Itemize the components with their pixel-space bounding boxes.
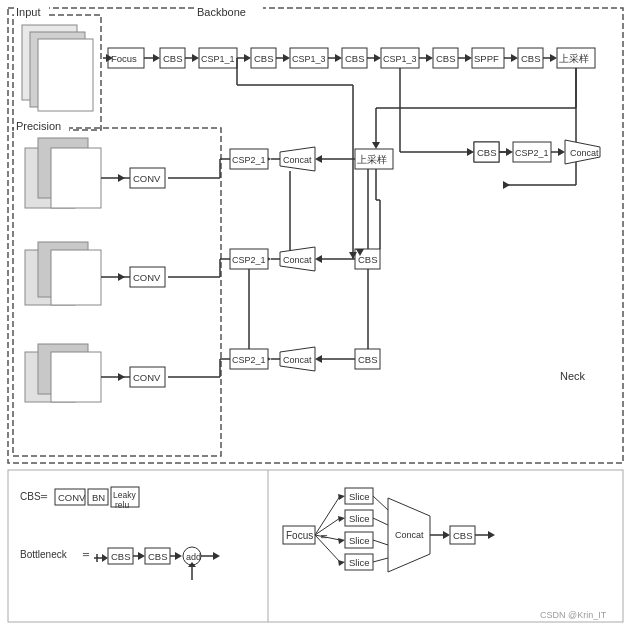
svg-text:Focus: Focus <box>111 53 137 64</box>
svg-marker-208 <box>338 560 345 566</box>
svg-text:CBS: CBS <box>111 551 131 562</box>
svg-marker-18 <box>192 54 199 62</box>
svg-marker-74 <box>118 373 125 381</box>
svg-text:CONV: CONV <box>133 372 161 383</box>
svg-line-211 <box>373 496 388 510</box>
svg-rect-4 <box>14 6 49 18</box>
svg-rect-15 <box>160 48 185 68</box>
svg-marker-175 <box>102 554 108 562</box>
svg-text:CBS: CBS <box>436 53 456 64</box>
svg-text:＝: ＝ <box>318 529 330 543</box>
svg-text:Input: Input <box>16 6 40 18</box>
svg-text:CSP2_1: CSP2_1 <box>232 355 266 365</box>
svg-marker-83 <box>467 148 474 156</box>
svg-line-201 <box>315 496 340 535</box>
svg-marker-104 <box>315 155 322 163</box>
svg-rect-56 <box>25 148 75 208</box>
svg-marker-70 <box>118 273 125 281</box>
svg-text:CBS: CBS <box>254 53 274 64</box>
svg-text:Input: Input <box>18 4 42 16</box>
svg-text:上采样: 上采样 <box>559 53 589 64</box>
svg-marker-90 <box>506 148 513 156</box>
svg-text:relu: relu <box>115 500 129 510</box>
svg-text:CBS: CBS <box>453 530 473 541</box>
svg-line-202 <box>315 518 340 535</box>
svg-marker-38 <box>426 54 433 62</box>
svg-marker-94 <box>558 148 565 156</box>
svg-text:CBS: CBS <box>358 254 378 265</box>
svg-rect-193 <box>345 488 373 504</box>
svg-rect-27 <box>290 48 328 68</box>
svg-rect-43 <box>472 48 504 68</box>
svg-rect-11 <box>108 48 144 68</box>
svg-rect-60 <box>38 242 88 297</box>
svg-rect-9 <box>195 6 263 18</box>
svg-text:CSP2_1: CSP2_1 <box>232 255 266 265</box>
svg-marker-132 <box>349 252 357 259</box>
svg-marker-139 <box>280 347 315 371</box>
svg-rect-53 <box>13 128 221 456</box>
svg-marker-189 <box>188 562 196 567</box>
svg-rect-62 <box>25 352 75 402</box>
svg-marker-30 <box>335 54 342 62</box>
svg-text:Concat: Concat <box>283 255 312 265</box>
svg-marker-122 <box>280 247 315 271</box>
svg-marker-14 <box>153 54 160 62</box>
svg-rect-101 <box>355 149 393 169</box>
svg-text:CONV: CONV <box>133 173 161 184</box>
svg-marker-80 <box>503 181 510 189</box>
svg-text:CONV: CONV <box>133 272 161 283</box>
svg-text:CBS: CBS <box>477 147 497 158</box>
svg-marker-220 <box>488 531 495 539</box>
svg-text:Concat: Concat <box>570 148 599 158</box>
svg-text:Slice: Slice <box>349 535 370 546</box>
svg-point-184 <box>183 547 201 565</box>
svg-text:CSP2_1: CSP2_1 <box>515 148 549 158</box>
svg-line-203 <box>315 535 340 540</box>
svg-marker-187 <box>213 552 220 560</box>
svg-text:＝: ＝ <box>80 547 92 561</box>
svg-rect-91 <box>513 142 551 162</box>
svg-line-213 <box>373 540 388 545</box>
svg-rect-57 <box>38 138 88 198</box>
svg-marker-22 <box>244 54 251 62</box>
svg-rect-8 <box>38 39 93 111</box>
svg-rect-143 <box>230 349 268 369</box>
svg-text:Focus: Focus <box>286 530 313 541</box>
svg-rect-64 <box>51 352 101 402</box>
svg-marker-125 <box>264 255 271 263</box>
svg-rect-162 <box>55 489 85 505</box>
svg-marker-26 <box>283 54 290 62</box>
svg-marker-138 <box>315 355 322 363</box>
svg-rect-84 <box>474 142 499 162</box>
svg-text:add: add <box>186 552 201 562</box>
svg-text:SPPF: SPPF <box>474 53 499 64</box>
svg-marker-183 <box>175 552 182 560</box>
svg-text:CBS: CBS <box>148 551 168 562</box>
svg-marker-117 <box>286 259 294 266</box>
svg-rect-54 <box>14 120 69 132</box>
svg-text:Precision: Precision <box>16 120 61 132</box>
svg-marker-209 <box>388 498 430 572</box>
svg-marker-136 <box>245 355 253 362</box>
svg-rect-63 <box>38 344 88 394</box>
svg-text:CSP1_1: CSP1_1 <box>201 54 235 64</box>
svg-rect-197 <box>345 532 373 548</box>
svg-line-212 <box>373 518 388 525</box>
main-container: _ Input Input Backbone Focus CBS CSP1_1 <box>0 0 631 627</box>
svg-text:Slice: Slice <box>349 557 370 568</box>
svg-marker-50 <box>550 54 557 62</box>
svg-text:Slice: Slice <box>349 491 370 502</box>
svg-rect-0 <box>8 8 623 463</box>
svg-marker-207 <box>338 538 345 544</box>
svg-text:CBS: CBS <box>521 53 541 64</box>
svg-text:上采样: 上采样 <box>357 154 387 165</box>
svg-text:_: _ <box>17 3 25 15</box>
svg-marker-34 <box>374 54 381 62</box>
svg-text:Leaky: Leaky <box>113 490 136 500</box>
svg-text:Neck: Neck <box>560 370 586 382</box>
svg-text:Bottleneck: Bottleneck <box>20 549 68 560</box>
svg-rect-71 <box>130 267 165 287</box>
svg-line-204 <box>315 535 340 562</box>
svg-rect-180 <box>145 548 170 564</box>
